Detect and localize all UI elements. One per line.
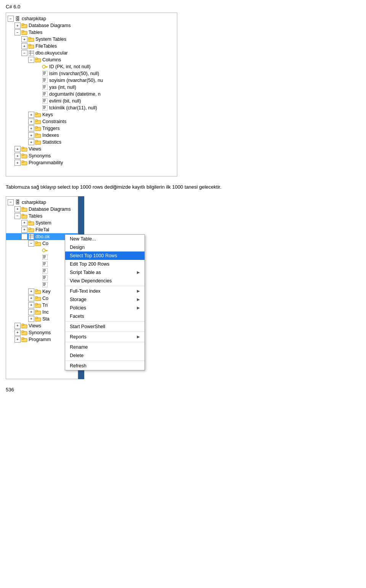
menu-item-new-table[interactable]: New Table... (65, 235, 144, 243)
tree-node-triggers[interactable]: + Triggers (6, 125, 177, 132)
expand-icon[interactable]: + (14, 22, 21, 29)
collapse-icon[interactable]: − (8, 199, 14, 205)
table-icon (28, 234, 34, 240)
collapse-icon[interactable]: − (14, 29, 21, 35)
node-label-programmability: Programmability (29, 160, 63, 165)
tree-node-systables[interactable]: + System Tables (6, 36, 177, 43)
menu-item-rename[interactable]: Rename (65, 343, 144, 351)
menu-item-fulltext[interactable]: Full-Text index▶ (65, 287, 144, 295)
field-icon (42, 70, 48, 77)
tree-node-filetables2[interactable]: + FileTal (6, 226, 78, 233)
folder-icon (35, 132, 41, 138)
menu-item-policies[interactable]: Policies▶ (65, 304, 144, 312)
expand-icon[interactable]: + (14, 160, 21, 166)
expand-icon[interactable]: + (14, 146, 21, 152)
collapse-icon[interactable]: − (28, 57, 34, 63)
folder-icon (28, 36, 34, 42)
field-icon (42, 261, 48, 267)
tree-node-root[interactable]: −🗄csharpkitap (6, 15, 177, 22)
tree-node-columns[interactable]: − Columns (6, 56, 177, 63)
tree-node-views[interactable]: + Views (6, 146, 177, 152)
expand-icon[interactable]: + (21, 43, 27, 49)
folder-icon (35, 139, 41, 145)
tree-node-synonyms[interactable]: + Synonyms (6, 152, 177, 159)
context-menu[interactable]: New Table...DesignSelect Top 1000 RowsEd… (65, 234, 145, 370)
svg-rect-18 (42, 71, 48, 76)
tree-node-tables2[interactable]: − Tables (6, 213, 78, 219)
expand-icon[interactable]: + (28, 302, 34, 308)
tree-node-filetables[interactable]: + FileTables (6, 43, 177, 50)
menu-item-view-deps[interactable]: View Dependencies (65, 277, 144, 285)
menu-item-design[interactable]: Design (65, 243, 144, 252)
tree-node-dbo[interactable]: − dbo.okuyucular (6, 50, 177, 56)
menu-separator (65, 321, 144, 322)
collapse-icon[interactable]: − (21, 234, 27, 240)
expand-icon[interactable]: + (14, 323, 21, 329)
tree-node-statistics[interactable]: + Statistics (6, 139, 177, 146)
tree-node-col_isim[interactable]: isim (nvarchar(50), null) (6, 70, 177, 77)
collapse-icon[interactable]: − (8, 16, 14, 22)
folder-icon (35, 57, 41, 63)
expand-icon[interactable]: + (21, 36, 27, 42)
tree-node-keys[interactable]: + Keys (6, 111, 177, 118)
expand-icon[interactable]: + (28, 295, 34, 301)
menu-item-script-table[interactable]: Script Table as▶ (65, 268, 144, 277)
tree-node-col_dogum[interactable]: dogumtarihi (datetime, n (6, 91, 177, 98)
tree-node-col_evlimi[interactable]: evlimi (bit, null) (6, 98, 177, 104)
svg-rect-84 (42, 268, 48, 274)
expand-icon[interactable]: + (28, 288, 34, 295)
submenu-arrow-icon: ▶ (137, 289, 140, 293)
expand-icon[interactable]: + (28, 112, 34, 118)
folder-icon (21, 336, 27, 343)
expand-icon[interactable]: + (21, 220, 27, 226)
svg-rect-105 (35, 317, 38, 319)
menu-item-label-storage: Storage (70, 297, 87, 302)
tree-node-dbdiag[interactable]: + Database Diagrams (6, 22, 177, 29)
menu-item-select-top[interactable]: Select Top 1000 Rows (65, 252, 144, 260)
menu-item-edit-top[interactable]: Edit Top 200 Rows (65, 260, 144, 268)
tree-node-tables[interactable]: − Tables (6, 29, 177, 36)
expand-icon[interactable]: + (14, 336, 21, 343)
node-label-dbo2: dbo.ok (35, 234, 50, 239)
tree-node-dbdiag2[interactable]: + Database Diagrams (6, 206, 78, 213)
tree-node-constraints[interactable]: + Constraints (6, 118, 177, 125)
tree-node-col_soyisim[interactable]: soyisim (nvarchar(50), nu (6, 77, 177, 84)
expand-icon[interactable]: + (14, 153, 21, 159)
expand-icon[interactable]: + (28, 119, 34, 125)
expand-icon[interactable]: + (21, 227, 27, 233)
tree-node-root2[interactable]: −🗄csharpkitap (6, 199, 78, 206)
menu-item-powershell[interactable]: Start PowerShell (65, 322, 144, 331)
node-label-col_yas: yas (int, null) (49, 85, 76, 90)
collapse-icon[interactable]: − (28, 240, 34, 247)
collapse-icon[interactable]: − (14, 213, 21, 219)
menu-item-reports[interactable]: Reports▶ (65, 333, 144, 341)
expand-icon[interactable]: + (28, 125, 34, 131)
expand-icon[interactable]: + (14, 330, 21, 336)
menu-item-storage[interactable]: Storage▶ (65, 295, 144, 304)
tree-node-indexes[interactable]: + Indexes (6, 132, 177, 139)
expand-icon[interactable]: + (28, 316, 34, 322)
tree-node-programmability[interactable]: + Programmability (6, 159, 177, 166)
tree-node-col_tckimlik[interactable]: tckimlik (char(11), null) (6, 104, 177, 111)
expand-icon[interactable]: + (28, 132, 34, 138)
folder-icon (21, 29, 27, 35)
collapse-icon[interactable]: − (21, 50, 27, 56)
node-label-systables2: System (35, 220, 51, 226)
tree-node-col_yas[interactable]: yas (int, null) (6, 84, 177, 91)
svg-rect-8 (29, 50, 34, 56)
node-label-dbdiag: Database Diagrams (29, 23, 71, 28)
svg-rect-97 (35, 290, 38, 291)
menu-item-label-select-top: Select Top 1000 Rows (70, 253, 117, 258)
page-number: 536 (6, 387, 360, 393)
menu-item-delete[interactable]: Delete (65, 351, 144, 360)
expand-icon[interactable]: + (28, 139, 34, 145)
menu-item-refresh[interactable]: Refresh (65, 362, 144, 370)
node-label-indexes2: Inc (42, 309, 49, 315)
expand-icon[interactable]: + (28, 309, 34, 315)
node-label-col_id: ID (PK, int, not null) (49, 64, 90, 69)
expand-icon[interactable]: + (14, 206, 21, 212)
key-icon (42, 247, 48, 253)
tree-node-systables2[interactable]: + System (6, 219, 78, 226)
tree-node-col_id[interactable]: ID (PK, int, not null) (6, 63, 177, 70)
menu-item-facets[interactable]: Facets (65, 312, 144, 320)
